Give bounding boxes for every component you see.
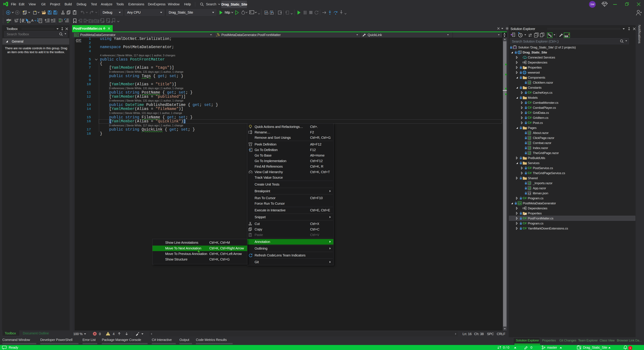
svg-text:@: @ — [528, 146, 531, 150]
svg-text:A: A — [31, 18, 34, 22]
svg-text:C#: C# — [75, 34, 78, 36]
svg-text:[@]: [@] — [19, 18, 25, 23]
svg-text:@: @ — [528, 81, 531, 84]
svg-text:@: @ — [528, 136, 531, 139]
svg-text:@: @ — [528, 131, 531, 134]
svg-text:@: @ — [528, 141, 531, 144]
svg-text:@: @ — [528, 187, 531, 190]
svg-text:C#: C# — [518, 202, 521, 205]
svg-text:{: { — [76, 39, 78, 42]
svg-text:{): {) — [528, 192, 531, 195]
svg-text:@: @ — [528, 151, 531, 155]
svg-text:abc: abc — [6, 18, 11, 21]
svg-text:@: @ — [528, 182, 531, 185]
